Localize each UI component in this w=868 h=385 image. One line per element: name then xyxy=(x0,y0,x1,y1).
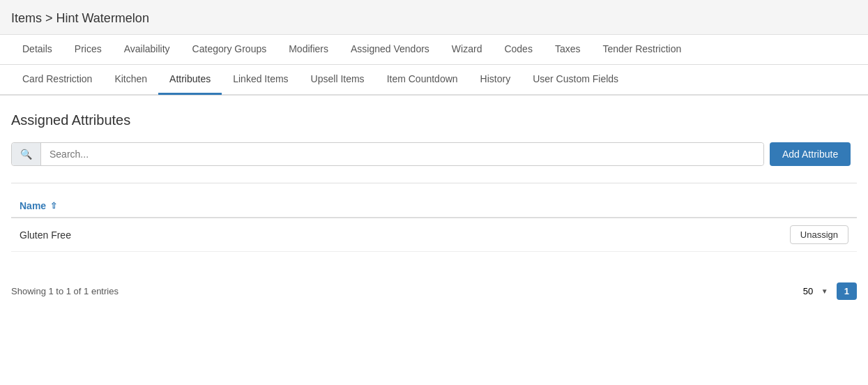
search-icon-button[interactable]: 🔍 xyxy=(12,143,41,165)
tab-category-groups[interactable]: Category Groups xyxy=(181,35,278,65)
entries-count: Showing 1 to 1 of 1 entries xyxy=(11,286,119,296)
content-area: Assigned Attributes 🔍 Add Attribute Name… xyxy=(0,96,868,269)
tab-history[interactable]: History xyxy=(469,65,522,95)
section-title: Assigned Attributes xyxy=(11,112,857,128)
tab-taxes[interactable]: Taxes xyxy=(544,35,592,65)
table-header: Name ⇧ xyxy=(11,195,857,218)
tab-attributes[interactable]: Attributes xyxy=(158,65,222,95)
unassign-button[interactable]: Unassign xyxy=(790,225,848,244)
tab-modifiers[interactable]: Modifiers xyxy=(277,35,340,65)
search-input-wrapper: 🔍 xyxy=(11,142,764,166)
breadcrumb-bar: Items > Hint Watermelon xyxy=(0,0,868,35)
per-page-select[interactable]: 50 25 100 xyxy=(798,282,832,300)
column-name-label: Name xyxy=(20,200,46,211)
tab-prices[interactable]: Prices xyxy=(63,35,113,65)
tab-codes[interactable]: Codes xyxy=(493,35,543,65)
attribute-name: Gluten Free xyxy=(20,229,71,241)
tab-item-countdown[interactable]: Item Countdown xyxy=(376,65,469,95)
search-bar: 🔍 Add Attribute xyxy=(11,142,857,166)
tab-user-custom-fields[interactable]: User Custom Fields xyxy=(521,65,630,95)
tab-details[interactable]: Details xyxy=(11,35,63,65)
per-page-wrapper: 50 25 100 ▼ xyxy=(798,282,832,300)
tab-kitchen[interactable]: Kitchen xyxy=(103,65,158,95)
tab-card-restriction[interactable]: Card Restriction xyxy=(11,65,103,95)
column-name-sortable[interactable]: Name ⇧ xyxy=(20,200,57,211)
breadcrumb: Items > Hint Watermelon xyxy=(11,11,149,25)
tab-wizard[interactable]: Wizard xyxy=(441,35,494,65)
tabs-row-1: Details Prices Availability Category Gro… xyxy=(0,35,868,65)
add-attribute-button[interactable]: Add Attribute xyxy=(770,142,851,166)
divider xyxy=(11,183,857,183)
tab-availability[interactable]: Availability xyxy=(113,35,181,65)
search-input[interactable] xyxy=(41,143,763,165)
footer-bar: Showing 1 to 1 of 1 entries 50 25 100 ▼ … xyxy=(0,274,868,308)
table-row: Gluten Free Unassign xyxy=(11,218,857,252)
tab-upsell-items[interactable]: Upsell Items xyxy=(300,65,376,95)
pagination-controls: 50 25 100 ▼ 1 xyxy=(798,282,857,300)
tab-linked-items[interactable]: Linked Items xyxy=(222,65,299,95)
attributes-table: Name ⇧ Gluten Free Unassign xyxy=(11,195,857,252)
sort-asc-icon: ⇧ xyxy=(50,201,57,211)
tabs-row-2: Card Restriction Kitchen Attributes Link… xyxy=(0,65,868,96)
tab-tender-restriction[interactable]: Tender Restriction xyxy=(591,35,692,65)
tab-assigned-vendors[interactable]: Assigned Vendors xyxy=(340,35,441,65)
page-1-button[interactable]: 1 xyxy=(837,282,857,300)
